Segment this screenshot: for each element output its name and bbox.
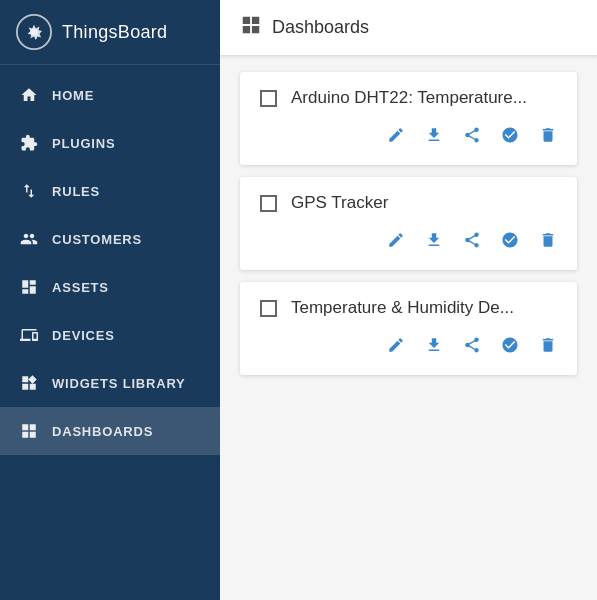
delete-icon-1[interactable] [539, 126, 557, 149]
sidebar-item-widgets-label: WIDGETS LIBRARY [52, 376, 186, 391]
sidebar-navigation: HOME PLUGINS RULES CUSTOMERS [0, 65, 220, 455]
logo-icon [16, 14, 52, 50]
dashboard-3-title: Temperature & Humidity De... [291, 298, 514, 318]
logo: ThingsBoard [0, 0, 220, 65]
dashboards-list: Arduino DHT22: Temperature... [220, 56, 597, 391]
sidebar-item-customers[interactable]: CUSTOMERS [0, 215, 220, 263]
sidebar-item-home[interactable]: HOME [0, 71, 220, 119]
sidebar-item-rules[interactable]: RULES [0, 167, 220, 215]
dashboard-1-title: Arduino DHT22: Temperature... [291, 88, 527, 108]
export-icon-2[interactable] [425, 231, 443, 254]
main-header: Dashboards [220, 0, 597, 56]
logo-text: ThingsBoard [62, 22, 167, 43]
export-icon-3[interactable] [425, 336, 443, 359]
sidebar-item-widgets-library[interactable]: WIDGETS LIBRARY [0, 359, 220, 407]
dashboard-2-checkbox[interactable] [260, 195, 277, 212]
manage-icon-1[interactable] [501, 126, 519, 149]
sidebar-item-dashboards-label: DASHBOARDS [52, 424, 153, 439]
share-icon-3[interactable] [463, 336, 481, 359]
export-icon-1[interactable] [425, 126, 443, 149]
share-icon-2[interactable] [463, 231, 481, 254]
edit-icon-2[interactable] [387, 231, 405, 254]
manage-icon-3[interactable] [501, 336, 519, 359]
page-title: Dashboards [272, 17, 369, 38]
dashboard-card-3: Temperature & Humidity De... [240, 282, 577, 375]
dashboard-2-actions [260, 231, 557, 254]
rules-icon [18, 180, 40, 202]
sidebar-item-home-label: HOME [52, 88, 94, 103]
card-title-row-2: GPS Tracker [260, 193, 557, 213]
dashboard-2-title: GPS Tracker [291, 193, 388, 213]
sidebar-item-dashboards[interactable]: DASHBOARDS [0, 407, 220, 455]
assets-icon [18, 276, 40, 298]
share-icon-1[interactable] [463, 126, 481, 149]
devices-icon [18, 324, 40, 346]
sidebar-item-assets-label: ASSETS [52, 280, 109, 295]
sidebar-item-devices[interactable]: DEVICES [0, 311, 220, 359]
sidebar-item-devices-label: DEVICES [52, 328, 115, 343]
svg-point-1 [30, 28, 37, 35]
sidebar-item-customers-label: CUSTOMERS [52, 232, 142, 247]
dashboard-1-checkbox[interactable] [260, 90, 277, 107]
dashboard-1-actions [260, 126, 557, 149]
edit-icon-1[interactable] [387, 126, 405, 149]
dashboard-card-1: Arduino DHT22: Temperature... [240, 72, 577, 165]
delete-icon-3[interactable] [539, 336, 557, 359]
card-title-row-1: Arduino DHT22: Temperature... [260, 88, 557, 108]
main-content: Dashboards Arduino DHT22: Temperature... [220, 0, 597, 600]
sidebar-item-plugins-label: PLUGINS [52, 136, 115, 151]
dashboards-nav-icon [18, 420, 40, 442]
sidebar-item-assets[interactable]: ASSETS [0, 263, 220, 311]
dashboard-card-2: GPS Tracker [240, 177, 577, 270]
header-dashboards-icon [240, 14, 262, 41]
manage-icon-2[interactable] [501, 231, 519, 254]
plugins-icon [18, 132, 40, 154]
edit-icon-3[interactable] [387, 336, 405, 359]
sidebar-item-rules-label: RULES [52, 184, 100, 199]
delete-icon-2[interactable] [539, 231, 557, 254]
sidebar-item-plugins[interactable]: PLUGINS [0, 119, 220, 167]
widgets-icon [18, 372, 40, 394]
dashboard-3-checkbox[interactable] [260, 300, 277, 317]
card-title-row-3: Temperature & Humidity De... [260, 298, 557, 318]
sidebar: ThingsBoard HOME PLUGINS RULES [0, 0, 220, 600]
dashboard-3-actions [260, 336, 557, 359]
home-icon [18, 84, 40, 106]
customers-icon [18, 228, 40, 250]
